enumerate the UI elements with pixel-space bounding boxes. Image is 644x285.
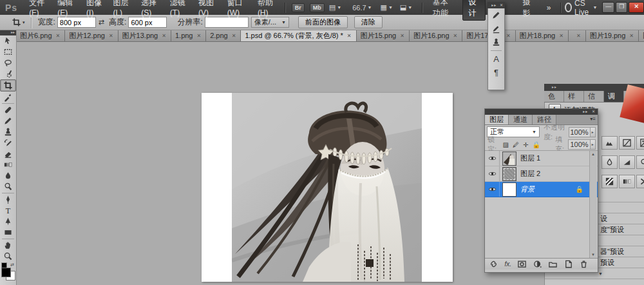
front-image-button[interactable]: 前面的图像: [298, 16, 348, 28]
tool-gradient[interactable]: [1, 159, 15, 170]
menu-file[interactable]: 文件(F): [24, 0, 52, 17]
document-tab[interactable]: 图片15.png✕: [357, 30, 410, 41]
arrange-documents-icon[interactable]: ▦▼: [381, 3, 393, 12]
tool-blur[interactable]: [1, 170, 15, 181]
workspace-basic-button[interactable]: 基本功能: [428, 0, 460, 20]
scroll-down-icon[interactable]: ▼: [598, 271, 603, 276]
menu-image[interactable]: 图像(I): [81, 0, 108, 17]
layer-row[interactable]: 图层 2: [485, 166, 598, 182]
opacity-value[interactable]: 100%: [569, 127, 591, 137]
adjustment-button[interactable]: [533, 259, 542, 269]
workspace-photo-button[interactable]: 摄影: [518, 0, 539, 20]
collapse-panels-icon[interactable]: ▸▸: [491, 3, 497, 7]
adjustment-gradient-map-icon[interactable]: [619, 175, 635, 188]
layer-row[interactable]: 背景🔒: [485, 182, 598, 197]
document-tab[interactable]: 图片18.png✕: [516, 30, 569, 41]
brush-presets-panel-icon[interactable]: [488, 22, 504, 35]
fx-button[interactable]: fx.: [504, 260, 511, 268]
layers-panel-tab-通道[interactable]: 通道: [509, 115, 533, 124]
tab-close-icon[interactable]: ✕: [55, 32, 61, 39]
clear-button[interactable]: 清除: [354, 16, 383, 28]
canvas-document[interactable]: [202, 93, 453, 282]
lock-transparency-icon[interactable]: ▨: [503, 141, 509, 148]
workspace-design-button[interactable]: 设计: [462, 0, 485, 21]
layer-thumbnail[interactable]: [502, 167, 516, 181]
layer-visibility-eye-icon[interactable]: [485, 151, 500, 166]
clone-source-panel-icon[interactable]: [488, 35, 504, 49]
swap-colors-icon[interactable]: ⇄: [10, 262, 14, 268]
layer-thumbnail[interactable]: [502, 182, 516, 197]
document-tab[interactable]: 图片13.png✕: [118, 30, 171, 41]
close-button[interactable]: ✕: [629, 2, 644, 13]
group-button[interactable]: [548, 259, 558, 269]
new-layer-button[interactable]: [564, 259, 573, 269]
brush-panel-icon[interactable]: [488, 8, 504, 22]
tool-zoom[interactable]: [1, 251, 15, 262]
view-extras-icon[interactable]: ▤▼: [329, 3, 341, 12]
adjustment-exposure-icon[interactable]: [636, 136, 644, 150]
tool-eyedropper[interactable]: [1, 92, 15, 103]
scroll-up-icon[interactable]: ▲: [591, 152, 595, 156]
document-tab[interactable]: 2.png✕: [206, 30, 241, 41]
layer-row[interactable]: 图层 1: [485, 151, 598, 166]
document-tab[interactable]: 图片6.png✕: [16, 30, 65, 41]
resolution-unit-dropdown[interactable]: 像素/... ▼: [251, 17, 289, 28]
dock-tab-调整[interactable]: 调整: [604, 91, 624, 102]
lock-pixels-icon[interactable]: 🖉: [513, 141, 519, 148]
tool-eraser[interactable]: [1, 148, 15, 159]
menu-view[interactable]: 视图(V): [193, 0, 222, 17]
mini-bridge-button[interactable]: Mb: [310, 3, 325, 12]
minimize-button[interactable]: —: [602, 2, 614, 13]
menu-filter[interactable]: 滤镜(T): [165, 0, 193, 17]
opacity-spinner-icon[interactable]: ▸: [591, 127, 596, 137]
tool-spot-heal[interactable]: [1, 104, 15, 115]
tab-close-icon[interactable]: ✕: [196, 32, 202, 39]
tool-dodge[interactable]: [1, 181, 15, 192]
tab-close-icon[interactable]: ✕: [161, 32, 167, 39]
tab-close-icon[interactable]: ✕: [629, 32, 634, 39]
menu-edit[interactable]: 编辑(E): [52, 0, 81, 17]
fill-spinner-icon[interactable]: ▸: [591, 139, 596, 150]
document-tab[interactable]: 图片12.png✕: [65, 30, 118, 41]
dock-tab-样式[interactable]: 样式: [564, 91, 584, 102]
swap-dimensions-icon[interactable]: ⇄: [99, 18, 104, 26]
layer-visibility-eye-icon[interactable]: [485, 166, 500, 181]
tool-path-select[interactable]: [1, 216, 15, 227]
tab-close-icon[interactable]: ✕: [399, 32, 405, 39]
cs-live-button[interactable]: CS Live ▼: [565, 0, 597, 17]
tool-crop[interactable]: [0, 79, 16, 92]
document-tab[interactable]: ✕: [569, 30, 586, 41]
tab-close-icon[interactable]: ✕: [108, 32, 114, 39]
screen-mode-icon[interactable]: ⬓▼: [400, 3, 412, 12]
character-panel-icon[interactable]: A: [488, 52, 504, 66]
dock-tab-信息[interactable]: 信息: [584, 91, 604, 102]
restore-button[interactable]: ❐: [616, 2, 628, 13]
tab-close-icon[interactable]: ✕: [231, 32, 237, 39]
lock-position-icon[interactable]: ✛: [523, 141, 528, 148]
document-tab[interactable]: 图片20.png✕: [639, 30, 644, 41]
adjustment-vibrance-icon[interactable]: [601, 155, 618, 169]
menu-layer[interactable]: 图层(L): [108, 0, 136, 17]
foreground-color-swatch[interactable]: [1, 268, 11, 277]
fill-value[interactable]: 100%: [568, 139, 590, 150]
delete-button[interactable]: [579, 259, 589, 269]
tab-close-icon[interactable]: ✕: [506, 32, 511, 39]
tool-hand[interactable]: [1, 240, 15, 251]
tool-history-brush[interactable]: [1, 137, 15, 148]
tool-pen[interactable]: [1, 194, 15, 205]
close-panel-icon[interactable]: ✕: [500, 3, 504, 7]
bridge-button[interactable]: Br: [292, 3, 305, 12]
layers-scrollbar[interactable]: ▲ ▼: [589, 151, 597, 258]
tab-close-icon[interactable]: ✕: [453, 32, 459, 39]
adjustment-levels-icon[interactable]: [601, 136, 618, 150]
document-tab[interactable]: 图片19.png✕: [586, 30, 639, 41]
layer-name[interactable]: 图层 1: [520, 153, 540, 163]
adjustment-black-white-icon[interactable]: [601, 175, 618, 188]
layers-panel-tab-图层[interactable]: 图层: [485, 115, 509, 124]
tool-lasso[interactable]: [1, 57, 15, 68]
width-input[interactable]: [57, 17, 96, 28]
menu-window[interactable]: 窗口(W): [222, 0, 252, 17]
collapse-panel-icon[interactable]: ▸▸: [583, 110, 588, 113]
tool-brush[interactable]: [1, 115, 15, 126]
paragraph-panel-icon[interactable]: ¶: [488, 66, 504, 79]
